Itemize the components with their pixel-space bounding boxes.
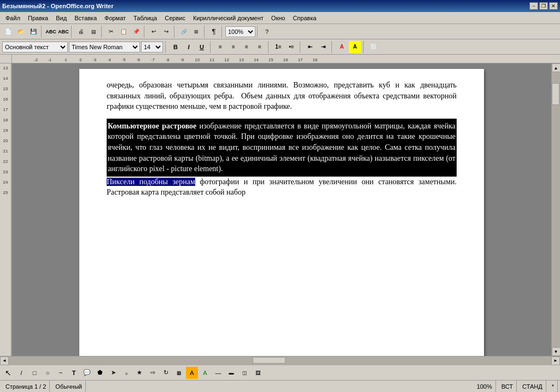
cut-button[interactable]: ✂: [105, 26, 117, 38]
paragraph-continuation: Пиксели подобны зернам фотографии и при …: [107, 177, 457, 198]
ellipse-tool-button[interactable]: ○: [42, 367, 54, 379]
menu-format[interactable]: Формат: [101, 14, 129, 22]
menu-edit[interactable]: Правка: [25, 14, 51, 22]
arrow-shapes-button[interactable]: ➤: [107, 367, 119, 379]
menu-file[interactable]: Файл: [2, 14, 24, 22]
redo-button[interactable]: ↪: [160, 26, 172, 38]
menu-cyrillic[interactable]: Кириллический документ: [190, 14, 267, 22]
select-tool-button[interactable]: ↖: [2, 367, 14, 379]
separator7: [221, 26, 224, 38]
align-left-button[interactable]: ≡: [214, 41, 226, 53]
rotate-button[interactable]: ↻: [160, 367, 172, 379]
print-preview-button[interactable]: 🖨: [75, 26, 87, 38]
flowchart-button[interactable]: ⬦: [120, 367, 132, 379]
pilcrow-button[interactable]: ¶: [208, 26, 220, 38]
fmt-sep5: [331, 41, 334, 53]
line-tool-button[interactable]: /: [15, 367, 27, 379]
ruler-h-content: -2 -1 ·1 ·2 ·3 ·4 ·5 ·6 ·7 ·8 ·9 10 11 1…: [12, 55, 560, 63]
scroll-right-button[interactable]: ►: [551, 356, 560, 365]
separator1: [41, 26, 43, 38]
restore-button[interactable]: ❐: [539, 2, 548, 10]
vertical-scrollbar[interactable]: ▲ ▼: [551, 63, 560, 356]
open-button[interactable]: 📂: [15, 26, 27, 38]
selection-mode-status: СТАНД: [519, 381, 546, 392]
font-select[interactable]: Times New Roman: [69, 42, 140, 52]
line-style-button[interactable]: —: [212, 367, 224, 379]
titlebar: Безымянный2 - OpenOffice.org Writer − ❐ …: [0, 0, 560, 12]
line-width-button[interactable]: ▬: [225, 367, 237, 379]
highlight-text-bold: Компьютерное растровое: [108, 122, 196, 130]
scroll-thumb-vertical[interactable]: [552, 83, 559, 105]
align-justify-button[interactable]: ≡: [254, 41, 266, 53]
drawing-toolbar: ↖ / □ ○ ~ T 💬 ⬟ ➤ ⬦ ★ ⇨ ↻ ▦ A A — ▬ ◫ 🖼: [0, 365, 560, 380]
freeform-tool-button[interactable]: ~: [55, 367, 67, 379]
scroll-down-button[interactable]: ▼: [552, 347, 561, 356]
shadow-button[interactable]: ◫: [238, 367, 250, 379]
doc-scrollable-area: 13 14 15 16 17 18 19 20 21 22 23 24 25 о…: [0, 63, 560, 356]
border-button[interactable]: ⬜: [368, 41, 380, 53]
new-button[interactable]: 📄: [2, 26, 14, 38]
align-button[interactable]: ▦: [173, 367, 185, 379]
font-size-select[interactable]: 14: [141, 42, 163, 52]
highlight-button[interactable]: A: [349, 41, 361, 53]
rect-tool-button[interactable]: □: [28, 367, 40, 379]
hyperlink-button[interactable]: 🔗: [178, 26, 190, 38]
save-button[interactable]: 💾: [27, 26, 39, 38]
titlebar-title: Безымянный2 - OpenOffice.org Writer: [2, 3, 113, 9]
separator4: [144, 26, 146, 38]
underline-button[interactable]: U: [196, 41, 208, 53]
text-tool-button[interactable]: T: [68, 367, 80, 379]
menubar: Файл Правка Вид Вставка Формат Таблица С…: [0, 12, 560, 24]
align-center-button[interactable]: ≡: [228, 41, 240, 53]
italic-button[interactable]: I: [183, 41, 195, 53]
fmt-sep3: [268, 41, 270, 53]
paragraph-intro: очередь, образован четырьмя связанными л…: [107, 80, 457, 112]
menu-table[interactable]: Таблица: [130, 14, 160, 22]
line-color-button[interactable]: A: [199, 367, 211, 379]
paste-button[interactable]: 📌: [130, 26, 142, 38]
print-button[interactable]: ▤: [88, 26, 100, 38]
paragraph-style-select[interactable]: Основной текст: [2, 42, 68, 52]
spell2-button[interactable]: ABC: [57, 26, 69, 38]
menu-help[interactable]: Справка: [289, 14, 319, 22]
fill-color-button[interactable]: A: [186, 367, 198, 379]
document-area[interactable]: очередь, образован четырьмя связанными л…: [12, 63, 551, 356]
star-shapes-button[interactable]: ★: [133, 367, 145, 379]
menu-window[interactable]: Окно: [268, 14, 289, 22]
minimize-button[interactable]: −: [529, 2, 538, 10]
scroll-up-button[interactable]: ▲: [552, 63, 561, 72]
bold-button[interactable]: B: [170, 41, 182, 53]
zoom-status: 100%: [474, 381, 496, 392]
align-right-button[interactable]: ≡: [241, 41, 253, 53]
undo-button[interactable]: ↩: [148, 26, 160, 38]
horizontal-ruler: -2 -1 ·1 ·2 ·3 ·4 ·5 ·6 ·7 ·8 ·9 10 11 1…: [0, 55, 560, 63]
horizontal-scroll-track[interactable]: [9, 356, 551, 365]
menu-view[interactable]: Вид: [52, 14, 70, 22]
copy-button[interactable]: 📋: [118, 26, 130, 38]
status-extra: *: [549, 381, 558, 392]
vertical-ruler: 13 14 15 16 17 18 19 20 21 22 23 24 25: [0, 63, 12, 356]
block-arrows-button[interactable]: ⇨: [147, 367, 159, 379]
fmt-sep4: [300, 41, 302, 53]
zoom-select[interactable]: 100% 75% 150%: [225, 26, 255, 37]
decrease-indent-button[interactable]: ⇤: [304, 41, 316, 53]
insert-image-button[interactable]: 🖼: [252, 367, 264, 379]
help-button[interactable]: ?: [261, 26, 273, 38]
horizontal-scroll-thumb[interactable]: [253, 357, 285, 364]
scroll-track-vertical[interactable]: [552, 72, 561, 347]
close-button[interactable]: ✕: [549, 2, 558, 10]
horizontal-scrollbar-area[interactable]: ◄ ►: [0, 356, 560, 365]
ruler-corner: [0, 55, 12, 63]
font-color-button[interactable]: A: [336, 41, 348, 53]
shapes-tool-button[interactable]: ⬟: [94, 367, 106, 379]
statusbar: Страница 1 / 2 Обычный 100% ВСТ СТАНД *: [0, 380, 560, 392]
callout-tool-button[interactable]: 💬: [81, 367, 93, 379]
table-button[interactable]: ⊞: [190, 26, 202, 38]
spell-button[interactable]: ABC: [45, 26, 57, 38]
increase-indent-button[interactable]: ⇥: [317, 41, 329, 53]
menu-tools[interactable]: Сервис: [161, 14, 189, 22]
menu-insert[interactable]: Вставка: [71, 14, 100, 22]
bullets-button[interactable]: •≡: [285, 41, 298, 53]
scroll-left-button[interactable]: ◄: [0, 356, 9, 365]
numbering-button[interactable]: 1≡: [272, 41, 284, 53]
